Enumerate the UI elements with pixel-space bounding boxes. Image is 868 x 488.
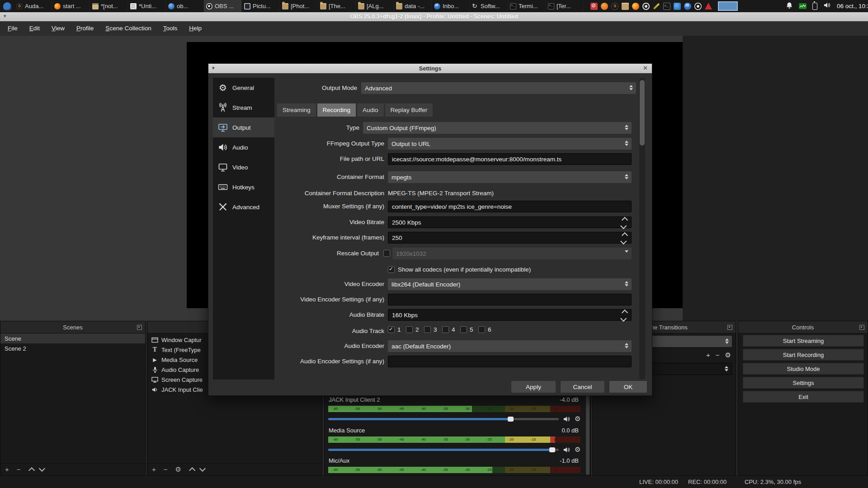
transition-properties-gear-icon[interactable]: ⚙ bbox=[725, 351, 731, 359]
taskbar-window-button[interactable]: data -... bbox=[394, 0, 432, 12]
dock-float-icon[interactable] bbox=[137, 325, 142, 330]
taskbar-window-button[interactable]: start ... bbox=[52, 0, 90, 12]
menu-tools[interactable]: Tools bbox=[157, 21, 184, 36]
taskbar-window-button[interactable]: Pictu... bbox=[242, 0, 280, 12]
system-monitor-icon[interactable] bbox=[799, 3, 807, 9]
taskbar-window-button[interactable]: Softw... bbox=[470, 0, 508, 12]
speaker-icon[interactable] bbox=[563, 446, 571, 453]
audio-track-2-checkbox[interactable] bbox=[406, 326, 413, 333]
taskbar-window-button[interactable]: Auda... bbox=[14, 0, 52, 12]
tab-streaming[interactable]: Streaming bbox=[277, 103, 316, 117]
settings-button[interactable]: Settings bbox=[743, 377, 864, 389]
cancel-button[interactable]: Cancel bbox=[560, 380, 605, 393]
audacity-icon[interactable] bbox=[611, 3, 618, 10]
taskbar-window-button[interactable]: [Phot... bbox=[280, 0, 318, 12]
mixer-scrollbar[interactable] bbox=[586, 394, 590, 475]
settings-scrollbar[interactable] bbox=[639, 78, 645, 380]
add-transition-button[interactable]: + bbox=[706, 351, 710, 359]
move-scene-up-button[interactable] bbox=[28, 467, 35, 474]
dock-float-icon[interactable] bbox=[859, 325, 864, 330]
output-mode-select[interactable]: Advanced bbox=[361, 82, 636, 94]
apply-button[interactable]: Apply bbox=[511, 380, 556, 393]
audio-bitrate-spinner[interactable]: 160 Kbps bbox=[388, 309, 632, 321]
pen-icon[interactable] bbox=[653, 3, 660, 9]
volume-icon[interactable] bbox=[823, 2, 831, 10]
spinner-arrows-icon[interactable] bbox=[623, 310, 627, 321]
audio-track-3-checkbox[interactable] bbox=[424, 326, 431, 333]
bell-icon[interactable] bbox=[786, 2, 793, 11]
workspace-switcher[interactable] bbox=[718, 1, 738, 11]
tab-recording[interactable]: Recording bbox=[317, 103, 356, 117]
close-icon[interactable]: ✕ bbox=[643, 65, 648, 71]
keyframe-interval-spinner[interactable]: 250 bbox=[388, 232, 632, 244]
container-format-select[interactable]: mpegts bbox=[388, 171, 632, 183]
move-source-up-button[interactable] bbox=[189, 467, 195, 474]
tab-replay-buffer[interactable]: Replay Buffer bbox=[385, 103, 433, 117]
file-path-input[interactable]: icecast://source:motdepasse@monserveur:8… bbox=[388, 153, 632, 165]
gear-icon[interactable]: ⚙ bbox=[575, 415, 580, 423]
volume-slider[interactable] bbox=[328, 418, 559, 420]
show-desktop-icon[interactable] bbox=[3, 2, 11, 10]
audio-track-1-checkbox[interactable] bbox=[388, 326, 395, 333]
obs-window-titlebar[interactable]: ▾ OBS 25.0.3+dfsg1-2 (linux) - Profile: … bbox=[0, 12, 868, 21]
video-bitrate-spinner[interactable]: 2500 Kbps bbox=[388, 216, 632, 228]
taskbar-window-button[interactable]: [The... bbox=[318, 0, 356, 12]
taskbar-window-button[interactable]: [ALg... bbox=[356, 0, 394, 12]
studio-mode-button[interactable]: Studio Mode bbox=[743, 363, 864, 375]
taskbar-window-button[interactable]: *Unti... bbox=[128, 0, 166, 12]
rescale-output-checkbox[interactable] bbox=[383, 250, 390, 257]
scenes-panel-header[interactable]: Scenes bbox=[0, 321, 145, 333]
menu-view[interactable]: View bbox=[46, 21, 71, 36]
add-scene-button[interactable]: + bbox=[5, 464, 9, 475]
source-properties-gear-icon[interactable]: ⚙ bbox=[175, 464, 181, 475]
remove-transition-button[interactable]: − bbox=[716, 351, 720, 359]
video-encoder-select[interactable]: libx264 (Default Encoder) bbox=[388, 278, 632, 290]
type-select[interactable]: Custom Output (FFmpeg) bbox=[363, 122, 632, 134]
controls-panel-header[interactable]: Controls bbox=[738, 321, 868, 333]
obs-icon[interactable] bbox=[694, 3, 702, 10]
ffmpeg-output-type-select[interactable]: Output to URL bbox=[388, 138, 632, 150]
menu-edit[interactable]: Edit bbox=[24, 21, 46, 36]
clock[interactable]: 06 oct., 10:31 bbox=[837, 3, 868, 9]
taskbar-window-button[interactable]: Inbo... bbox=[432, 0, 470, 12]
settings-dialog-titlebar[interactable]: ▾ Settings ✕ bbox=[208, 64, 652, 73]
spinner-arrows-icon[interactable] bbox=[623, 218, 627, 228]
audio-track-6-checkbox[interactable] bbox=[478, 326, 485, 333]
target-icon[interactable] bbox=[642, 3, 650, 10]
exit-button[interactable]: Exit bbox=[743, 391, 864, 403]
volume-slider[interactable] bbox=[328, 449, 559, 451]
settings-nav-stream[interactable]: Stream bbox=[213, 98, 274, 117]
ok-button[interactable]: OK bbox=[609, 380, 647, 393]
thunderbird-icon[interactable] bbox=[684, 3, 691, 10]
taskbar-window-button[interactable]: Termi... bbox=[508, 0, 546, 12]
blocked-icon[interactable] bbox=[590, 3, 598, 10]
start-recording-button[interactable]: Start Recording bbox=[743, 349, 864, 361]
speaker-icon[interactable] bbox=[563, 416, 571, 422]
scene-list-item[interactable]: Scene bbox=[0, 333, 145, 343]
apache-icon[interactable] bbox=[705, 3, 712, 9]
video-encoder-settings-input[interactable] bbox=[388, 294, 632, 305]
menu-scene-collection[interactable]: Scene Collection bbox=[99, 21, 157, 36]
audio-track-4-checkbox[interactable] bbox=[442, 326, 449, 333]
headphones-icon[interactable] bbox=[601, 3, 608, 10]
menu-profile[interactable]: Profile bbox=[71, 21, 99, 36]
battery-icon[interactable] bbox=[812, 3, 817, 10]
window-menu-arrow-icon[interactable]: ▾ bbox=[4, 13, 6, 19]
audio-encoder-select[interactable]: aac (Default Encoder) bbox=[388, 340, 632, 352]
tab-audio[interactable]: Audio bbox=[357, 103, 384, 117]
audio-encoder-settings-input[interactable] bbox=[388, 356, 632, 367]
show-all-codecs-checkbox[interactable] bbox=[388, 266, 395, 273]
taskbar-window-button[interactable]: OBS ... bbox=[204, 0, 242, 12]
move-scene-down-button[interactable] bbox=[38, 465, 45, 472]
move-source-down-button[interactable] bbox=[199, 465, 206, 472]
window-menu-arrow-icon[interactable]: ▾ bbox=[212, 65, 215, 71]
taskbar-window-button[interactable]: *[not... bbox=[90, 0, 128, 12]
remove-scene-button[interactable]: − bbox=[17, 464, 21, 475]
menu-file[interactable]: File bbox=[2, 21, 24, 36]
scene-list-item[interactable]: Scene 2 bbox=[0, 343, 145, 353]
terminal-icon[interactable] bbox=[663, 3, 670, 10]
remove-source-button[interactable]: − bbox=[164, 464, 168, 475]
add-source-button[interactable]: + bbox=[152, 464, 156, 475]
muxer-settings-input[interactable]: content_type=video/ mp2ts ice_genre=nois… bbox=[388, 201, 632, 212]
audio-track-5-checkbox[interactable] bbox=[460, 326, 467, 333]
